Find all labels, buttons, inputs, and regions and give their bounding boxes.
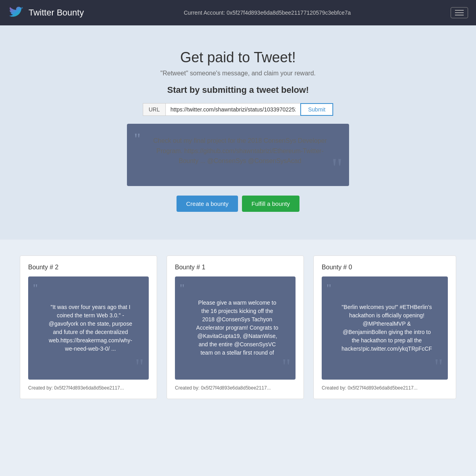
submit-button[interactable]: Submit xyxy=(300,103,334,116)
quote-close-mark: " xyxy=(331,154,343,182)
fulfill-bounty-button[interactable]: Fulfill a bounty xyxy=(242,196,299,212)
bounty-title: Bounty # 2 xyxy=(28,264,149,271)
url-input[interactable] xyxy=(165,103,300,116)
bounty-quote-open-mark: " xyxy=(180,281,184,295)
bounty-title: Bounty # 0 xyxy=(322,264,448,271)
toggler-line-1 xyxy=(455,10,464,11)
bounties-section: Bounty # 2 " "It was over four years ago… xyxy=(0,240,476,415)
hero-quote-text: Check out my final project for the 2018 … xyxy=(151,136,329,166)
bounty-quote-close-mark: " xyxy=(434,355,443,377)
bounty-card: Bounty # 0 " "Berlin welcomes you!" #ETH… xyxy=(313,255,456,399)
bounty-card: Bounty # 1 " Please give a warm welcome … xyxy=(167,255,304,399)
bounty-quote-text: Please give a warm welcome to the 16 pro… xyxy=(195,299,280,357)
bounty-quote-text: "It was over four years ago that I coine… xyxy=(48,303,133,353)
account-display: Current Account: 0x5f27f4d893e6da8d5bee2… xyxy=(184,10,351,16)
quote-open-mark: " xyxy=(134,131,140,147)
bounty-title: Bounty # 1 xyxy=(175,264,296,271)
action-buttons: Create a bounty Fulfill a bounty xyxy=(8,196,468,212)
bounty-creator: Created by: 0x5f27f4d893e6da8d5bee2117..… xyxy=(175,385,296,391)
hero-cta: Start by submitting a tweet below! xyxy=(8,85,468,95)
bounty-quote-box: " "Berlin welcomes you!" #ETHBerlin's ha… xyxy=(322,276,448,380)
navbar-toggler-button[interactable] xyxy=(451,7,468,18)
bounty-quote-close-mark: " xyxy=(135,355,144,377)
create-bounty-button[interactable]: Create a bounty xyxy=(177,196,238,212)
bounty-creator: Created by: 0x5f27f4d893e6da8d5bee2117..… xyxy=(322,385,448,391)
bounty-quote-open-mark: " xyxy=(33,281,38,295)
bounty-quote-open-mark: " xyxy=(326,281,331,295)
navbar: Twitter Bounty Current Account: 0x5f27f4… xyxy=(0,0,476,25)
bounty-quote-box: " "It was over four years ago that I coi… xyxy=(28,276,149,380)
hero-subheading: "Retweet" someone's message, and claim y… xyxy=(8,70,468,77)
bounty-quote-box: " Please give a warm welcome to the 16 p… xyxy=(175,276,296,380)
bounty-quote-close-mark: " xyxy=(282,355,291,377)
url-input-row: URL Submit xyxy=(8,103,468,116)
bounties-grid: Bounty # 2 " "It was over four years ago… xyxy=(20,255,456,399)
hero-heading: Get paid to Tweet! xyxy=(8,49,468,66)
app-title: Twitter Bounty xyxy=(29,8,84,18)
bounty-quote-text: "Berlin welcomes you!" #ETHBerlin's hack… xyxy=(342,303,432,353)
hero-quote-box: " Check out my final project for the 201… xyxy=(127,124,349,186)
toggler-line-3 xyxy=(455,15,464,15)
hero-section: Get paid to Tweet! "Retweet" someone's m… xyxy=(0,25,476,240)
bounty-creator: Created by: 0x5f27f4d893e6da8d5bee2117..… xyxy=(28,385,149,391)
navbar-brand: Twitter Bounty xyxy=(8,5,84,21)
url-label: URL xyxy=(143,103,165,116)
toggler-line-2 xyxy=(455,12,464,13)
bounty-card: Bounty # 2 " "It was over four years ago… xyxy=(20,255,157,399)
twitter-bird-icon xyxy=(8,5,24,21)
